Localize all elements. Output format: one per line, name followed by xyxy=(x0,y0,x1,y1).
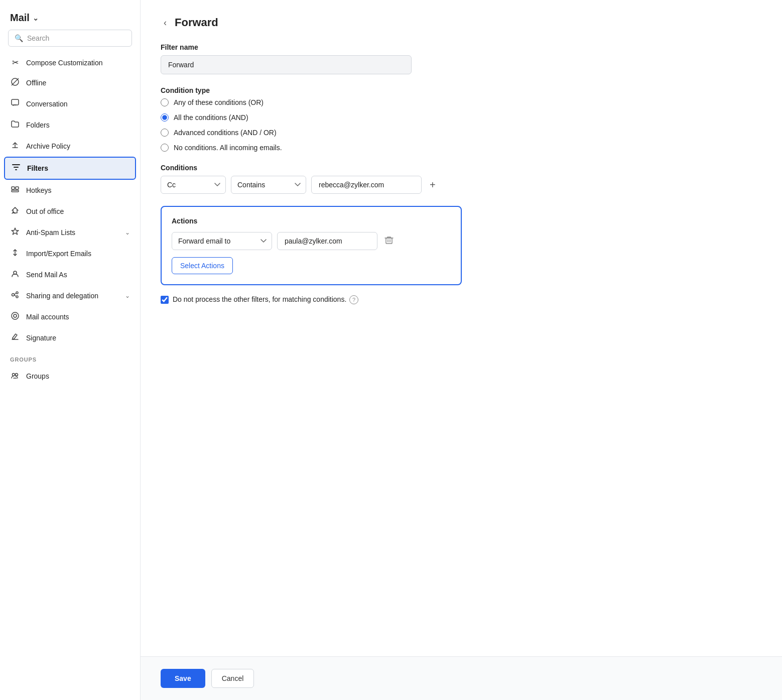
svg-point-13 xyxy=(16,374,18,376)
condition-value-input[interactable] xyxy=(311,176,422,194)
sidebar: Mail ⌄ 🔍 Search ✂ Compose Customization … xyxy=(0,0,141,700)
send-mail-as-icon xyxy=(10,269,20,280)
sidebar-item-label: Archive Policy xyxy=(26,142,70,150)
actions-box: Actions Forward email to Mark as read De… xyxy=(161,206,462,285)
sidebar-item-sharing-delegation[interactable]: Sharing and delegation ⌄ xyxy=(4,285,136,306)
no-process-label[interactable]: Do not process the other filters, for ma… xyxy=(173,295,358,304)
compose-customization-icon: ✂ xyxy=(10,58,20,67)
sidebar-item-label: Sharing and delegation xyxy=(26,292,98,300)
actions-row: Forward email to Mark as read Delete Mov… xyxy=(172,232,451,250)
svg-point-9 xyxy=(16,296,18,298)
sidebar-item-import-export[interactable]: Import/Export Emails xyxy=(4,243,136,264)
add-condition-button[interactable]: + xyxy=(427,178,439,192)
no-process-checkbox[interactable] xyxy=(161,296,169,304)
app-title: Mail xyxy=(10,12,30,24)
sidebar-nav: ✂ Compose Customization Offline Conversa… xyxy=(0,53,140,348)
sidebar-item-signature[interactable]: Signature xyxy=(4,327,136,348)
offline-icon xyxy=(10,77,20,88)
condition-type-section: Condition type Any of these conditions (… xyxy=(161,86,462,152)
sidebar-item-label: Groups xyxy=(26,372,49,380)
sidebar-item-conversation[interactable]: Conversation xyxy=(4,93,136,114)
sidebar-item-label: Offline xyxy=(26,79,46,87)
sidebar-item-groups[interactable]: Groups xyxy=(4,366,136,387)
app-header[interactable]: Mail ⌄ xyxy=(0,0,140,30)
back-button[interactable]: ‹ xyxy=(161,17,170,29)
out-of-office-icon xyxy=(10,206,20,217)
radio-advanced-input[interactable] xyxy=(161,129,169,137)
radio-no-conditions-input[interactable] xyxy=(161,144,169,152)
sidebar-item-label: Conversation xyxy=(26,100,68,108)
radio-advanced-label: Advanced conditions (AND / OR) xyxy=(174,129,277,137)
radio-and-label: All the conditions (AND) xyxy=(174,113,248,122)
radio-and[interactable]: All the conditions (AND) xyxy=(161,113,462,122)
search-box[interactable]: 🔍 Search xyxy=(8,30,132,47)
svg-point-6 xyxy=(14,271,17,274)
sharing-chevron-icon: ⌄ xyxy=(125,292,130,299)
sidebar-item-label: Anti-Spam Lists xyxy=(26,228,75,237)
filter-name-input[interactable] xyxy=(161,55,412,74)
sidebar-item-label: Compose Customization xyxy=(26,59,103,67)
svg-rect-5 xyxy=(12,190,19,192)
actions-label: Actions xyxy=(172,217,451,225)
sidebar-item-archive-policy[interactable]: Archive Policy xyxy=(4,136,136,157)
sidebar-item-label: Import/Export Emails xyxy=(26,250,91,258)
page-header: ‹ Forward xyxy=(161,16,462,29)
conditions-row: Cc From To Subject Body Contains Does no… xyxy=(161,176,462,194)
sidebar-item-label: Signature xyxy=(26,334,56,342)
action-type-select[interactable]: Forward email to Mark as read Delete Mov… xyxy=(172,232,272,250)
sidebar-item-compose-customization[interactable]: ✂ Compose Customization xyxy=(4,53,136,72)
sidebar-item-label: Folders xyxy=(26,121,50,129)
sharing-delegation-icon xyxy=(10,290,20,301)
main-content: ‹ Forward Filter name Condition type Any… xyxy=(141,0,482,334)
radio-and-input[interactable] xyxy=(161,113,169,122)
sidebar-item-offline[interactable]: Offline xyxy=(4,72,136,93)
filters-icon xyxy=(11,163,21,174)
groups-nav: Groups xyxy=(0,366,140,387)
sidebar-item-send-mail-as[interactable]: Send Mail As xyxy=(4,264,136,285)
conditions-section: Conditions Cc From To Subject Body Conta… xyxy=(161,164,462,194)
delete-action-button[interactable] xyxy=(382,234,396,249)
radio-or[interactable]: Any of these conditions (OR) xyxy=(161,98,462,106)
no-process-label-text: Do not process the other filters, for ma… xyxy=(173,295,346,303)
main-wrapper: ‹ Forward Filter name Condition type Any… xyxy=(141,0,782,700)
radio-no-conditions[interactable]: No conditions. All incoming emails. xyxy=(161,144,462,152)
sidebar-item-label: Hotkeys xyxy=(26,186,52,194)
folders-icon xyxy=(10,120,20,131)
import-export-icon xyxy=(10,248,20,259)
radio-or-input[interactable] xyxy=(161,98,169,106)
groups-icon xyxy=(10,371,20,382)
sidebar-item-label: Out of office xyxy=(26,207,64,215)
svg-rect-4 xyxy=(16,187,19,189)
footer: Save Cancel xyxy=(141,656,782,700)
radio-no-conditions-label: No conditions. All incoming emails. xyxy=(174,144,282,152)
sidebar-item-anti-spam-lists[interactable]: Anti-Spam Lists ⌄ xyxy=(4,222,136,243)
svg-rect-14 xyxy=(386,238,392,244)
sidebar-item-filters[interactable]: Filters xyxy=(4,157,136,180)
condition-operator-select[interactable]: Contains Does not contain Starts with En… xyxy=(231,176,306,194)
radio-advanced[interactable]: Advanced conditions (AND / OR) xyxy=(161,129,462,137)
main-scroll: ‹ Forward Filter name Condition type Any… xyxy=(141,0,782,656)
signature-icon xyxy=(10,332,20,343)
svg-rect-2 xyxy=(12,99,19,105)
condition-field-select[interactable]: Cc From To Subject Body xyxy=(161,176,226,194)
cancel-button[interactable]: Cancel xyxy=(211,669,254,688)
filter-name-section: Filter name xyxy=(161,43,462,74)
app-title-chevron-icon: ⌄ xyxy=(33,14,39,22)
conditions-label: Conditions xyxy=(161,164,462,172)
conversation-icon xyxy=(10,98,20,109)
save-button[interactable]: Save xyxy=(161,669,205,688)
sidebar-item-hotkeys[interactable]: Hotkeys xyxy=(4,180,136,201)
groups-label: GROUPS xyxy=(0,348,140,366)
archive-policy-icon xyxy=(10,141,20,152)
sidebar-item-folders[interactable]: Folders xyxy=(4,114,136,136)
action-email-input[interactable] xyxy=(277,232,377,250)
svg-rect-3 xyxy=(12,187,15,189)
filter-name-label: Filter name xyxy=(161,43,462,51)
sidebar-item-mail-accounts[interactable]: Mail accounts xyxy=(4,306,136,327)
svg-point-8 xyxy=(16,292,18,294)
sidebar-item-out-of-office[interactable]: Out of office xyxy=(4,201,136,222)
page-title: Forward xyxy=(175,16,218,29)
help-icon[interactable]: ? xyxy=(349,295,358,304)
radio-or-label: Any of these conditions (OR) xyxy=(174,98,264,106)
select-actions-button[interactable]: Select Actions xyxy=(172,257,233,274)
